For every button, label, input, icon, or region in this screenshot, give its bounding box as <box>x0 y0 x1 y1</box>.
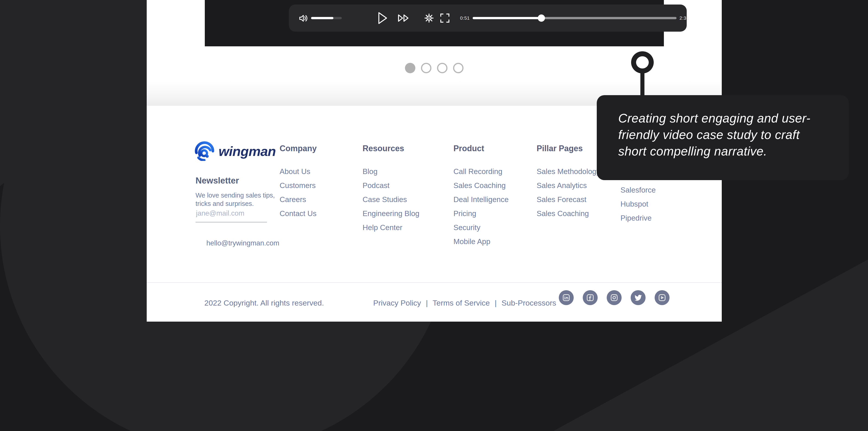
twitter-button[interactable] <box>631 290 646 305</box>
separator: | <box>423 299 431 307</box>
column-title: Product <box>454 144 535 153</box>
footer-bottom-bar: 2022 Copyright. All rights reserved. Pri… <box>147 282 722 321</box>
sub-processors-link[interactable]: Sub-Processors <box>502 299 556 307</box>
footer-link[interactable]: Sales Coaching <box>537 209 589 218</box>
carousel-dot-2[interactable] <box>421 63 432 73</box>
contact-email-link[interactable]: hello@trywingman.com <box>206 239 279 247</box>
footer-link[interactable]: Sales Methodology <box>537 167 600 176</box>
footer-column-company: Company About Us Customers Careers Conta… <box>280 144 361 153</box>
footer-link[interactable]: Engineering Blog <box>363 209 419 218</box>
footer-link[interactable]: Help Center <box>363 223 402 232</box>
footer-link[interactable]: Call Recording <box>454 167 502 176</box>
footer-link[interactable]: Deal Intelligence <box>454 195 508 204</box>
privacy-policy-link[interactable]: Privacy Policy <box>373 299 421 307</box>
fast-forward-button[interactable] <box>397 12 410 24</box>
footer-link[interactable]: Pipedrive <box>620 214 652 222</box>
carousel-dot-3[interactable] <box>437 63 447 73</box>
progress-bar[interactable] <box>473 17 677 19</box>
rewind-button[interactable] <box>357 12 370 24</box>
newsletter-title: Newsletter <box>195 176 239 186</box>
annotation-text: Creating short engaging and user- friend… <box>618 110 810 160</box>
annotation-pin-stem <box>640 71 645 96</box>
footer-link[interactable]: Case Studies <box>363 195 407 204</box>
footer-link[interactable]: Sales Coaching <box>454 181 506 190</box>
footer-link[interactable]: Contact Us <box>280 209 316 218</box>
wingman-logo[interactable]: wingman <box>194 141 276 162</box>
footer-link[interactable]: Careers <box>280 195 306 204</box>
current-time: 0:51 <box>454 16 470 21</box>
youtube-button[interactable] <box>655 290 670 305</box>
column-title: Resources <box>363 144 444 153</box>
play-button[interactable] <box>377 11 388 25</box>
annotation-pin-circle <box>631 51 654 73</box>
footer-link[interactable]: Sales Forecast <box>537 195 586 204</box>
carousel-dot-4[interactable] <box>453 63 464 73</box>
copyright-text: 2022 Copyright. All rights reserved. <box>204 299 324 307</box>
total-time: 2:31 <box>680 16 689 21</box>
footer-column-resources: Resources Blog Podcast Case Studies Engi… <box>363 144 444 153</box>
instagram-icon <box>610 294 618 302</box>
social-links <box>559 290 670 305</box>
twitter-icon <box>634 294 643 302</box>
video-controls-bar: 0:51 2:31 <box>289 4 687 32</box>
footer-link[interactable]: Security <box>454 223 480 232</box>
volume-slider[interactable] <box>311 17 342 19</box>
footer-link[interactable]: Hubspot <box>620 200 648 208</box>
carousel-dot-1-active[interactable] <box>405 63 415 73</box>
footer-link[interactable]: About Us <box>280 167 310 176</box>
instagram-button[interactable] <box>607 290 622 305</box>
linkedin-icon <box>562 294 570 302</box>
progress-fill <box>473 17 541 19</box>
footer-link[interactable]: Pricing <box>454 209 476 218</box>
footer-link[interactable]: Sales Analytics <box>537 181 587 190</box>
facebook-icon <box>586 294 594 302</box>
volume-fill <box>311 17 333 19</box>
footer-link[interactable]: Salesforce <box>620 186 656 194</box>
youtube-icon <box>658 294 666 302</box>
terms-of-service-link[interactable]: Terms of Service <box>433 299 490 307</box>
video-player[interactable]: 0:51 2:31 <box>205 0 664 46</box>
newsletter-email-input[interactable] <box>195 208 267 222</box>
wingman-logo-text: wingman <box>219 144 276 159</box>
fullscreen-button[interactable] <box>439 12 451 24</box>
wingman-logo-icon <box>194 141 215 162</box>
annotation-callout: Creating short engaging and user- friend… <box>597 95 849 180</box>
facebook-button[interactable] <box>583 290 598 305</box>
footer-link[interactable]: Customers <box>280 181 316 190</box>
progress-knob[interactable] <box>538 14 545 22</box>
screen: 0:51 2:31 <box>0 0 868 431</box>
linkedin-button[interactable] <box>559 290 574 305</box>
volume-icon[interactable] <box>298 13 309 24</box>
footer-link[interactable]: Mobile App <box>454 237 490 246</box>
settings-button[interactable] <box>423 12 435 24</box>
carousel-dots <box>405 63 464 73</box>
footer-link[interactable]: Blog <box>363 167 377 176</box>
newsletter-blurb: We love sending sales tips, tricks and s… <box>195 191 275 208</box>
column-title: Company <box>280 144 361 153</box>
legal-links: Privacy Policy | Terms of Service | Sub-… <box>373 299 556 307</box>
separator: | <box>492 299 499 307</box>
footer-link[interactable]: Podcast <box>363 181 390 190</box>
footer-column-product: Product Call Recording Sales Coaching De… <box>454 144 535 153</box>
